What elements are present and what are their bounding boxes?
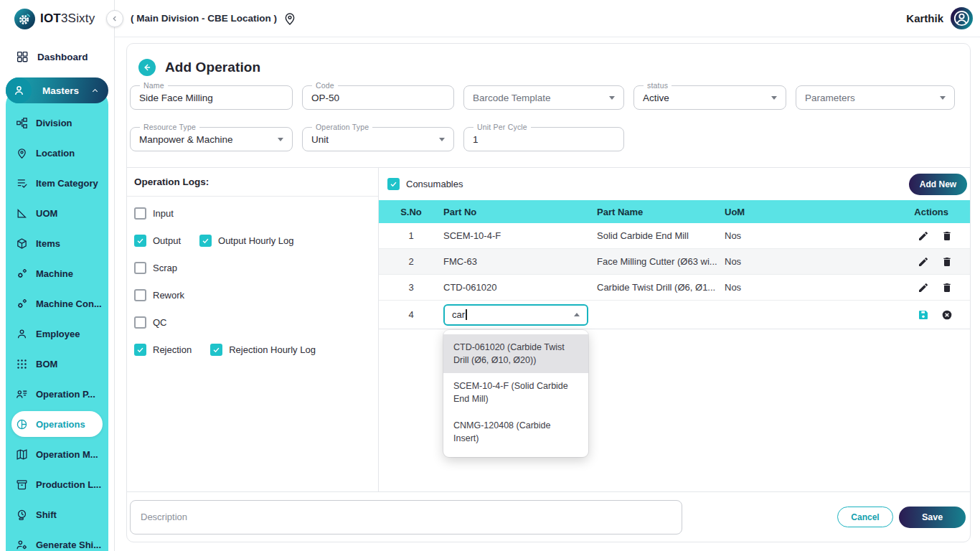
operation-type-select[interactable]: Operation Type Unit [302, 127, 454, 151]
sidebar-item-dashboard[interactable]: Dashboard [0, 46, 114, 67]
checkbox-rejection[interactable]: Rejection [134, 344, 192, 356]
sidebar-item-machine-con[interactable]: Machine Con... [6, 288, 108, 319]
sidebar-collapse-button[interactable] [106, 10, 123, 27]
cell-sno: 4 [379, 309, 443, 320]
checkbox-box[interactable] [134, 289, 146, 301]
edit-icon[interactable] [918, 256, 929, 268]
checkbox-box[interactable] [199, 235, 212, 247]
delete-icon[interactable] [941, 230, 953, 242]
column-header-uom: UoM [725, 207, 884, 217]
sidebar-item-division[interactable]: Division [6, 108, 108, 138]
checkbox-rework[interactable]: Rework [134, 289, 184, 301]
operation-type-value: Unit [311, 134, 433, 145]
sidebar-item-employee[interactable]: Employee [6, 319, 108, 349]
description-input[interactable]: Description [130, 500, 682, 534]
edit-icon[interactable] [918, 282, 929, 293]
resource-type-select[interactable]: Resource Type Manpower & Machine [130, 127, 293, 151]
sidebar-item-label: Machine [36, 268, 73, 279]
employee-icon [16, 328, 28, 340]
parameters-select[interactable]: Parameters [796, 85, 955, 110]
checkbox-input[interactable]: Input [134, 207, 174, 220]
sidebar-item-operation-m[interactable]: Operation M... [6, 439, 108, 469]
sidebar-item-generate-shift[interactable]: Generate Shi... [6, 529, 108, 551]
checkbox-output[interactable]: Output [134, 235, 181, 247]
part-search-input[interactable]: car [443, 304, 588, 326]
checkbox-box[interactable] [134, 316, 146, 329]
dropdown-option[interactable]: SCEM-10-4-F (Solid Carbide End Mill) [443, 373, 588, 412]
save-button[interactable]: Save [899, 507, 966, 528]
edit-icon[interactable] [918, 230, 929, 242]
sidebar-item-operation-p[interactable]: Operation P... [6, 379, 108, 409]
operation-type-label: Operation Type [312, 123, 372, 131]
cell-part-no: CTD-061020 [443, 282, 597, 293]
user-name: Karthik [906, 12, 943, 24]
cell-sno: 2 [379, 256, 443, 267]
delete-icon[interactable] [941, 256, 953, 268]
dropdown-option[interactable]: CNMG-120408 (Carbide Insert) [443, 413, 588, 451]
checkbox-output-hourly-log[interactable]: Output Hourly Log [199, 235, 294, 247]
uom-icon [16, 207, 28, 220]
brand-light: 3Sixty [61, 11, 95, 25]
consumables-table-header: S.No Part No Part Name UoM Actions [379, 200, 970, 223]
checkbox-box[interactable] [134, 235, 146, 247]
unit-per-cycle-field[interactable]: Unit Per Cycle 1 [463, 127, 624, 151]
location-pin-icon[interactable] [283, 11, 297, 26]
sidebar-item-production-l[interactable]: Production L... [6, 469, 108, 499]
generate-shift-icon [16, 539, 28, 551]
sidebar-item-label: Operation M... [36, 449, 98, 460]
status-select[interactable]: status Active [633, 85, 786, 110]
shift-clock-icon [16, 509, 28, 521]
checkbox-box[interactable] [134, 344, 146, 356]
barcode-template-select[interactable]: Barcode Template [463, 85, 624, 110]
checkbox-rejection-hourly-log[interactable]: Rejection Hourly Log [210, 344, 316, 356]
checkbox-box[interactable] [134, 207, 146, 220]
checkbox-consumables[interactable]: Consumables [387, 178, 463, 190]
sidebar-item-bom[interactable]: BOM [6, 349, 108, 379]
checkbox-box[interactable] [210, 344, 222, 356]
user-avatar[interactable] [951, 7, 973, 29]
sidebar-item-label: Operations [36, 419, 85, 430]
add-new-button[interactable]: Add New [909, 174, 967, 195]
checkbox-label: Scrap [153, 263, 177, 273]
sidebar-section-masters[interactable]: Masters [6, 77, 108, 103]
checkbox-scrap[interactable]: Scrap [134, 262, 177, 274]
code-field-label: Code [312, 81, 338, 90]
chevron-down-icon [439, 138, 445, 141]
checkbox-box[interactable] [387, 178, 400, 190]
sidebar-item-items[interactable]: Items [6, 228, 108, 258]
cancel-button[interactable]: Cancel [837, 507, 893, 527]
name-field[interactable]: Name Side Face Milling [130, 85, 293, 110]
dropdown-option[interactable]: CTD-061020 (Carbide Twist Drill (Ø6, Ø10… [443, 334, 588, 373]
cell-uom: Nos [725, 282, 884, 293]
location-icon [16, 147, 28, 159]
checkbox-box[interactable] [134, 262, 146, 274]
text-cursor [466, 309, 467, 320]
sidebar-item-item-category[interactable]: Item Category [6, 168, 108, 198]
chevron-up-icon [574, 313, 580, 316]
back-button[interactable] [138, 59, 156, 76]
brand-bold: IOT [40, 11, 61, 25]
bom-icon [16, 358, 28, 370]
masters-person-icon [6, 77, 32, 103]
cancel-row-icon[interactable] [941, 309, 953, 321]
sidebar-item-label: Items [36, 238, 60, 249]
code-field[interactable]: Code OP-50 [302, 85, 454, 110]
cell-part-no: FMC-63 [443, 256, 597, 267]
topbar: ( Main Division - CBE Location ) Karthik [115, 0, 980, 37]
delete-icon[interactable] [941, 282, 953, 293]
sidebar-item-uom[interactable]: UOM [6, 198, 108, 228]
sidebar-item-shift[interactable]: Shift [6, 499, 108, 529]
cell-sno: 1 [379, 230, 443, 241]
table-row: 1 SCEM-10-4-F Solid Carbide End Mill Nos [379, 223, 970, 249]
operation-map-icon [16, 448, 28, 461]
checkbox-qc[interactable]: QC [134, 316, 167, 329]
name-field-value: Side Face Milling [139, 93, 283, 103]
sidebar-item-location[interactable]: Location [6, 138, 108, 168]
save-row-icon[interactable] [918, 309, 929, 321]
table-row: 2 FMC-63 Face Milling Cutter (Ø63 wi... … [379, 249, 970, 275]
sidebar-item-machine[interactable]: Machine [6, 258, 108, 288]
operations-icon [16, 418, 28, 430]
sidebar-item-operations[interactable]: Operations [6, 409, 108, 439]
card-footer: Description Cancel Save [127, 491, 970, 542]
cell-part-name: Solid Carbide End Mill [597, 230, 725, 241]
